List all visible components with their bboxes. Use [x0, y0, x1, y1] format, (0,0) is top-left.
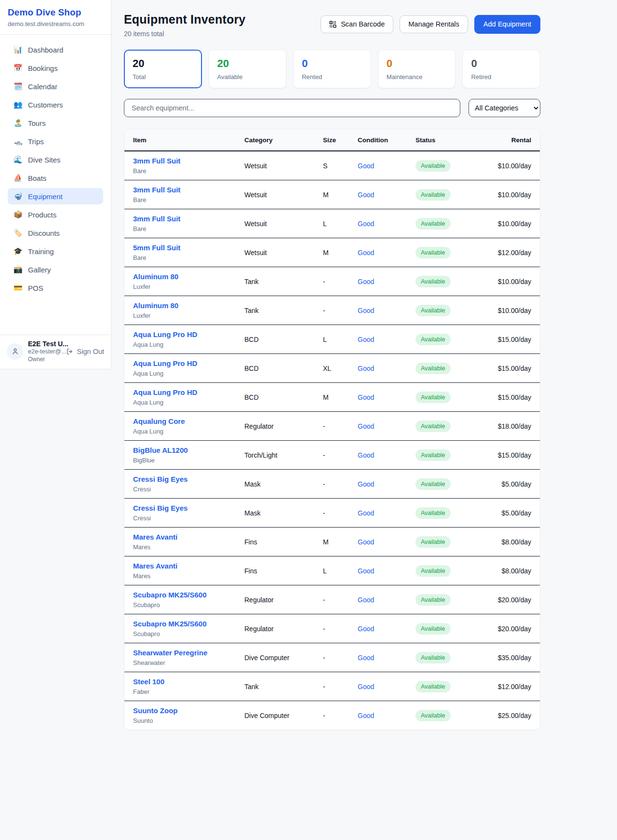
stat-card-total[interactable]: 20Total	[124, 50, 202, 88]
cell-size: -	[323, 441, 358, 470]
manage-rentals-button[interactable]: Manage Rentals	[400, 15, 468, 33]
sidebar-item-label: Products	[28, 211, 56, 219]
condition-link[interactable]: Good	[358, 654, 374, 662]
stat-card-retired[interactable]: 0Retired	[462, 50, 540, 88]
page-title: Equipment Inventory	[124, 13, 245, 27]
item-link[interactable]: Steel 100	[133, 677, 242, 686]
condition-link[interactable]: Good	[358, 249, 374, 257]
stat-label: Total	[133, 73, 193, 81]
sidebar-item-bookings[interactable]: 📅Bookings	[8, 60, 103, 76]
condition-link[interactable]: Good	[358, 596, 374, 604]
sidebar-item-pos[interactable]: 💳POS	[8, 280, 103, 296]
sidebar-item-boats[interactable]: ⛵Boats	[8, 170, 103, 186]
item-link[interactable]: Cressi Big Eyes	[133, 504, 242, 512]
item-link[interactable]: Aqua Lung Pro HD	[133, 359, 242, 367]
status-badge: Available	[416, 392, 451, 403]
item-link[interactable]: 3mm Full Suit	[133, 215, 242, 223]
item-brand: Aqua Lung	[133, 399, 242, 406]
column-header-size: Size	[323, 129, 358, 151]
stat-card-rented[interactable]: 0Rented	[293, 50, 371, 88]
condition-link[interactable]: Good	[358, 683, 374, 691]
item-brand: Shearwater	[133, 659, 242, 666]
sidebar-header: Demo Dive Shop demo.test.divestreams.com	[0, 0, 111, 35]
cell-rental: $25.00/day	[488, 701, 540, 730]
sidebar-item-customers[interactable]: 👥Customers	[8, 96, 103, 113]
stat-card-maintenance[interactable]: 0Maintenance	[378, 50, 456, 88]
condition-link[interactable]: Good	[358, 365, 374, 372]
condition-link[interactable]: Good	[358, 307, 374, 314]
cell-category: BCD	[244, 354, 323, 383]
condition-link[interactable]: Good	[358, 393, 374, 401]
stat-value: 0	[387, 57, 447, 70]
status-badge: Available	[416, 334, 451, 345]
diving-mask-icon: 🤿	[13, 192, 22, 201]
item-link[interactable]: Mares Avanti	[133, 533, 242, 541]
status-badge: Available	[416, 420, 451, 432]
item-link[interactable]: 3mm Full Suit	[133, 186, 242, 194]
sidebar-item-tours[interactable]: 🏝️Tours	[8, 115, 103, 131]
item-link[interactable]: Aqualung Core	[133, 417, 242, 425]
item-link[interactable]: Scubapro MK25/S600	[133, 620, 242, 628]
item-link[interactable]: Aluminum 80	[133, 301, 242, 310]
condition-link[interactable]: Good	[358, 220, 374, 228]
cell-rental: $12.00/day	[488, 238, 540, 267]
sidebar-item-training[interactable]: 🎓Training	[8, 243, 103, 259]
item-link[interactable]: Aqua Lung Pro HD	[133, 388, 242, 396]
sidebar-item-label: Bookings	[28, 64, 58, 72]
sidebar-item-products[interactable]: 📦Products	[8, 206, 103, 223]
cell-category: Wetsuit	[244, 151, 323, 180]
item-link[interactable]: Scubapro MK25/S600	[133, 591, 242, 599]
condition-link[interactable]: Good	[358, 625, 374, 633]
cell-category: Tank	[244, 267, 323, 296]
condition-link[interactable]: Good	[358, 480, 374, 488]
sidebar-item-equipment[interactable]: 🤿Equipment	[8, 188, 103, 204]
cell-category: Tank	[244, 672, 323, 701]
condition-link[interactable]: Good	[358, 451, 374, 459]
condition-link[interactable]: Good	[358, 422, 374, 430]
island-icon: 🏝️	[13, 119, 22, 127]
scan-barcode-button[interactable]: Scan Barcode	[321, 15, 393, 33]
condition-link[interactable]: Good	[358, 567, 374, 575]
condition-link[interactable]: Good	[358, 162, 374, 170]
condition-link[interactable]: Good	[358, 712, 374, 719]
cell-rental: $12.00/day	[488, 672, 540, 701]
add-equipment-button[interactable]: Add Equipment	[474, 15, 540, 34]
stat-value: 0	[471, 57, 532, 70]
condition-link[interactable]: Good	[358, 538, 374, 546]
item-link[interactable]: Aluminum 80	[133, 272, 242, 281]
item-link[interactable]: Aqua Lung Pro HD	[133, 330, 242, 339]
sidebar-item-trips[interactable]: 🛥️Trips	[8, 133, 103, 149]
item-brand: Bare	[133, 254, 242, 261]
sidebar-item-calendar[interactable]: 🗓️Calendar	[8, 78, 103, 95]
condition-link[interactable]: Good	[358, 336, 374, 343]
item-brand: Bare	[133, 196, 242, 203]
sign-out-button[interactable]: Sign Out	[66, 348, 104, 355]
item-link[interactable]: 3mm Full Suit	[133, 157, 242, 165]
sidebar-item-discounts[interactable]: 🏷️Discounts	[8, 225, 103, 241]
sidebar-item-dive-sites[interactable]: 🌊Dive Sites	[8, 151, 103, 168]
condition-link[interactable]: Good	[358, 191, 374, 199]
credit-card-icon: 💳	[13, 284, 22, 292]
user-name: E2E Test U...	[28, 340, 61, 349]
item-link[interactable]: Shearwater Peregrine	[133, 649, 242, 657]
user-email: e2e-tester@...	[28, 348, 61, 356]
people-icon: 👥	[13, 100, 22, 109]
stat-card-available[interactable]: 20Available	[209, 50, 287, 88]
sidebar-item-gallery[interactable]: 📸Gallery	[8, 261, 103, 278]
item-link[interactable]: Cressi Big Eyes	[133, 475, 242, 483]
status-badge: Available	[416, 478, 451, 490]
item-link[interactable]: Suunto Zoop	[133, 706, 242, 715]
item-link[interactable]: BigBlue AL1200	[133, 446, 242, 454]
table-row: Steel 100FaberTank-GoodAvailable$12.00/d…	[124, 672, 540, 701]
search-input[interactable]	[124, 99, 460, 117]
item-link[interactable]: 5mm Full Suit	[133, 244, 242, 252]
stat-label: Available	[217, 73, 278, 81]
status-badge: Available	[416, 449, 451, 461]
condition-link[interactable]: Good	[358, 278, 374, 285]
condition-link[interactable]: Good	[358, 509, 374, 517]
cell-rental: $18.00/day	[488, 412, 540, 441]
category-select[interactable]: All Categories	[469, 99, 540, 117]
item-brand: Mares	[133, 572, 242, 580]
item-link[interactable]: Mares Avanti	[133, 562, 242, 570]
sidebar-item-dashboard[interactable]: 📊Dashboard	[8, 41, 103, 58]
